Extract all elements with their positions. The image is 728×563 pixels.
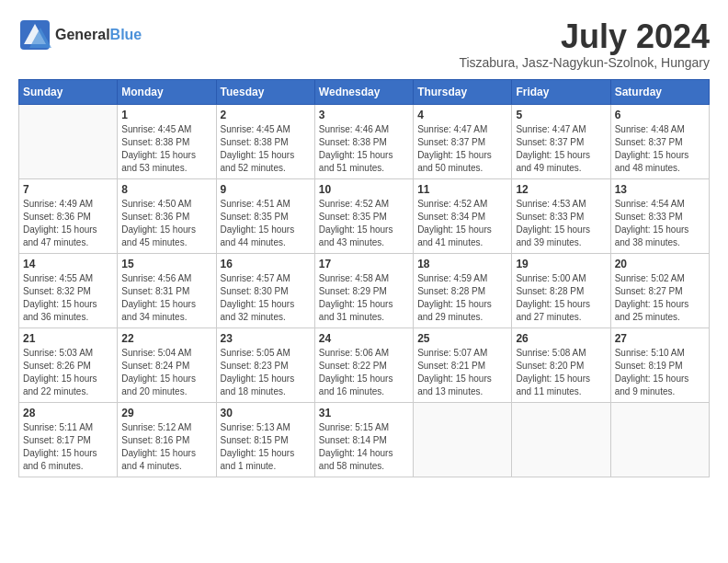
calendar-cell: 13Sunrise: 4:54 AM Sunset: 8:33 PM Dayli… [610,178,709,253]
day-number: 7 [23,183,113,196]
calendar-cell: 28Sunrise: 5:11 AM Sunset: 8:17 PM Dayli… [19,402,118,477]
calendar-cell: 1Sunrise: 4:45 AM Sunset: 8:38 PM Daylig… [118,104,216,178]
day-number: 16 [221,258,311,270]
day-info: Sunrise: 4:49 AM Sunset: 8:36 PM Dayligh… [23,198,113,249]
day-number: 15 [121,258,211,270]
day-info: Sunrise: 4:45 AM Sunset: 8:38 PM Dayligh… [121,123,211,175]
day-number: 31 [319,407,409,419]
calendar-cell: 24Sunrise: 5:06 AM Sunset: 8:22 PM Dayli… [314,327,413,402]
day-number: 29 [121,407,211,419]
calendar-cell: 3Sunrise: 4:46 AM Sunset: 8:38 PM Daylig… [314,104,413,178]
day-info: Sunrise: 5:07 AM Sunset: 8:21 PM Dayligh… [417,347,507,398]
calendar-cell: 10Sunrise: 4:52 AM Sunset: 8:35 PM Dayli… [314,178,413,253]
day-number: 2 [221,109,311,121]
calendar-week-row: 28Sunrise: 5:11 AM Sunset: 8:17 PM Dayli… [19,402,710,477]
location-title: Tiszabura, Jasz-Nagykun-Szolnok, Hungary [459,55,710,70]
day-info: Sunrise: 5:15 AM Sunset: 8:14 PM Dayligh… [319,421,409,473]
day-info: Sunrise: 5:03 AM Sunset: 8:26 PM Dayligh… [23,347,113,398]
day-number: 19 [516,258,606,270]
day-info: Sunrise: 4:55 AM Sunset: 8:32 PM Dayligh… [23,272,113,324]
day-number: 5 [516,109,606,121]
calendar-cell: 22Sunrise: 5:04 AM Sunset: 8:24 PM Dayli… [118,327,216,402]
day-info: Sunrise: 4:51 AM Sunset: 8:35 PM Dayligh… [221,198,311,249]
day-number: 20 [615,258,705,270]
calendar-cell: 29Sunrise: 5:12 AM Sunset: 8:16 PM Dayli… [118,402,216,477]
day-info: Sunrise: 4:52 AM Sunset: 8:35 PM Dayligh… [319,198,409,249]
title-area: July 2024 Tiszabura, Jasz-Nagykun-Szolno… [459,18,710,70]
calendar-table: SundayMondayTuesdayWednesdayThursdayFrid… [18,79,710,477]
calendar-cell: 5Sunrise: 4:47 AM Sunset: 8:37 PM Daylig… [512,104,610,178]
column-header-friday: Friday [512,79,610,104]
header-row: SundayMondayTuesdayWednesdayThursdayFrid… [19,79,710,104]
calendar-cell: 26Sunrise: 5:08 AM Sunset: 8:20 PM Dayli… [512,327,610,402]
day-info: Sunrise: 5:13 AM Sunset: 8:15 PM Dayligh… [221,421,311,473]
day-number: 4 [417,109,507,121]
day-number: 30 [221,407,311,419]
day-info: Sunrise: 4:46 AM Sunset: 8:38 PM Dayligh… [319,123,409,175]
calendar-cell: 17Sunrise: 4:58 AM Sunset: 8:29 PM Dayli… [314,253,413,327]
calendar-cell: 16Sunrise: 4:57 AM Sunset: 8:30 PM Dayli… [216,253,314,327]
day-number: 22 [121,332,211,345]
day-info: Sunrise: 4:59 AM Sunset: 8:28 PM Dayligh… [417,272,507,324]
logo-general: General [55,27,110,42]
day-number: 8 [121,183,211,196]
calendar-week-row: 14Sunrise: 4:55 AM Sunset: 8:32 PM Dayli… [19,253,710,327]
day-number: 27 [615,332,705,345]
day-info: Sunrise: 4:56 AM Sunset: 8:31 PM Dayligh… [121,272,211,324]
calendar-week-row: 21Sunrise: 5:03 AM Sunset: 8:26 PM Dayli… [19,327,710,402]
column-header-tuesday: Tuesday [216,79,314,104]
logo-blue: Blue [110,27,142,42]
column-header-wednesday: Wednesday [314,79,413,104]
calendar-week-row: 1Sunrise: 4:45 AM Sunset: 8:38 PM Daylig… [19,104,710,178]
day-info: Sunrise: 5:12 AM Sunset: 8:16 PM Dayligh… [121,421,211,473]
day-number: 11 [417,183,507,196]
column-header-thursday: Thursday [414,79,512,104]
day-number: 17 [319,258,409,270]
day-number: 24 [319,332,409,345]
calendar-cell: 11Sunrise: 4:52 AM Sunset: 8:34 PM Dayli… [414,178,512,253]
calendar-cell: 20Sunrise: 5:02 AM Sunset: 8:27 PM Dayli… [610,253,709,327]
day-number: 10 [319,183,409,196]
day-info: Sunrise: 4:50 AM Sunset: 8:36 PM Dayligh… [121,198,211,249]
logo-icon [18,18,51,52]
day-info: Sunrise: 4:54 AM Sunset: 8:33 PM Dayligh… [615,198,705,249]
day-number: 18 [417,258,507,270]
calendar-cell: 31Sunrise: 5:15 AM Sunset: 8:14 PM Dayli… [314,402,413,477]
calendar-cell: 30Sunrise: 5:13 AM Sunset: 8:15 PM Dayli… [216,402,314,477]
day-number: 13 [615,183,705,196]
calendar-cell: 18Sunrise: 4:59 AM Sunset: 8:28 PM Dayli… [414,253,512,327]
calendar-cell: 4Sunrise: 4:47 AM Sunset: 8:37 PM Daylig… [414,104,512,178]
calendar-cell: 27Sunrise: 5:10 AM Sunset: 8:19 PM Dayli… [610,327,709,402]
day-info: Sunrise: 4:47 AM Sunset: 8:37 PM Dayligh… [516,123,606,175]
calendar-cell: 23Sunrise: 5:05 AM Sunset: 8:23 PM Dayli… [216,327,314,402]
calendar-week-row: 7Sunrise: 4:49 AM Sunset: 8:36 PM Daylig… [19,178,710,253]
calendar-cell: 19Sunrise: 5:00 AM Sunset: 8:28 PM Dayli… [512,253,610,327]
calendar-body: 1Sunrise: 4:45 AM Sunset: 8:38 PM Daylig… [19,104,710,477]
day-info: Sunrise: 5:08 AM Sunset: 8:20 PM Dayligh… [516,347,606,398]
day-number: 25 [417,332,507,345]
calendar-cell [414,402,512,477]
month-title: July 2024 [459,18,710,55]
calendar-cell: 9Sunrise: 4:51 AM Sunset: 8:35 PM Daylig… [216,178,314,253]
day-number: 14 [23,258,113,270]
day-number: 12 [516,183,606,196]
day-info: Sunrise: 5:02 AM Sunset: 8:27 PM Dayligh… [615,272,705,324]
column-header-monday: Monday [118,79,216,104]
calendar-cell: 8Sunrise: 4:50 AM Sunset: 8:36 PM Daylig… [118,178,216,253]
calendar-cell: 2Sunrise: 4:45 AM Sunset: 8:38 PM Daylig… [216,104,314,178]
day-info: Sunrise: 4:53 AM Sunset: 8:33 PM Dayligh… [516,198,606,249]
logo: GeneralBlue [18,18,142,52]
calendar-cell [19,104,118,178]
day-number: 28 [23,407,113,419]
day-info: Sunrise: 4:47 AM Sunset: 8:37 PM Dayligh… [417,123,507,175]
day-info: Sunrise: 4:48 AM Sunset: 8:37 PM Dayligh… [615,123,705,175]
calendar-cell [610,402,709,477]
day-info: Sunrise: 5:11 AM Sunset: 8:17 PM Dayligh… [23,421,113,473]
day-info: Sunrise: 4:52 AM Sunset: 8:34 PM Dayligh… [417,198,507,249]
calendar-cell: 7Sunrise: 4:49 AM Sunset: 8:36 PM Daylig… [19,178,118,253]
page-header: GeneralBlue July 2024 Tiszabura, Jasz-Na… [18,18,710,70]
day-info: Sunrise: 4:57 AM Sunset: 8:30 PM Dayligh… [221,272,311,324]
day-number: 1 [121,109,211,121]
day-info: Sunrise: 5:05 AM Sunset: 8:23 PM Dayligh… [221,347,311,398]
calendar-cell [512,402,610,477]
